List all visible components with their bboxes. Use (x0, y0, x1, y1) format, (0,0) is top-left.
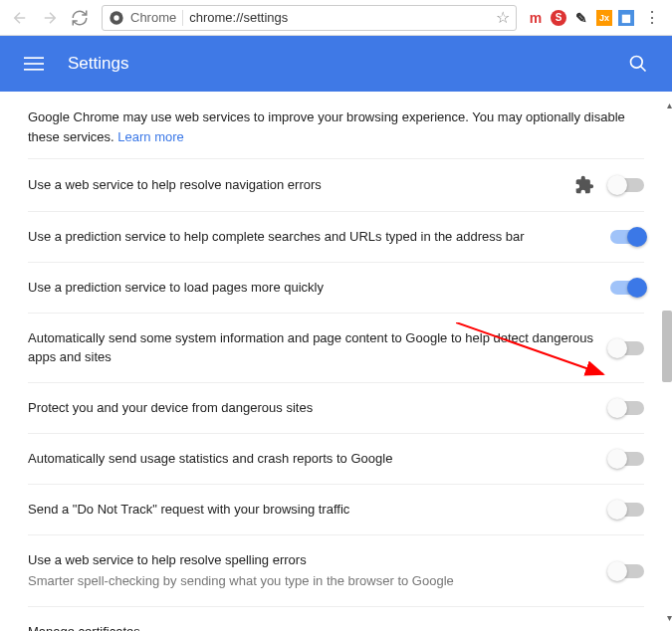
toggle-protect[interactable] (610, 401, 644, 415)
toggle-stats[interactable] (610, 452, 644, 466)
url-text: chrome://settings (189, 10, 496, 25)
toggle-dnt[interactable] (610, 503, 644, 517)
browser-toolbar: Chrome chrome://settings ☆ m S ✎ Jx ◼ ⋮ (0, 0, 672, 36)
search-button[interactable] (628, 54, 648, 74)
extension-brush-icon[interactable]: ✎ (572, 9, 590, 27)
settings-list: Google Chrome may use web services to im… (0, 92, 672, 631)
svg-point-5 (631, 57, 643, 69)
row-label: Use a web service to help resolve spelli… (28, 551, 610, 589)
row-prediction-load: Use a prediction service to load pages m… (28, 262, 644, 313)
puzzle-icon[interactable] (574, 175, 594, 195)
row-certificates[interactable]: Manage certificates Manage HTTPS/SSL cer… (28, 606, 644, 631)
row-label: Manage certificates Manage HTTPS/SSL cer… (28, 623, 626, 631)
omnibox-divider (182, 10, 183, 26)
browser-label: Chrome (130, 10, 176, 25)
chrome-icon (109, 10, 124, 26)
scrollbar-thumb[interactable] (662, 311, 672, 382)
menu-button[interactable] (24, 54, 44, 74)
scroll-up-indicator[interactable]: ▴ (667, 100, 672, 110)
intro-text: Google Chrome may use web services to im… (28, 107, 644, 146)
svg-rect-3 (24, 63, 44, 65)
toggle-prediction-search[interactable] (610, 230, 644, 244)
row-nav-errors: Use a web service to help resolve naviga… (28, 158, 644, 211)
row-label: Use a web service to help resolve naviga… (28, 176, 574, 194)
row-label: Send a "Do Not Track" request with your … (28, 501, 610, 519)
row-spelling: Use a web service to help resolve spelli… (28, 534, 644, 605)
toggle-spelling[interactable] (610, 564, 644, 578)
browser-menu-button[interactable]: ⋮ (640, 8, 664, 27)
extension-m-icon[interactable]: m (527, 9, 545, 27)
back-button[interactable] (8, 6, 32, 30)
toggle-prediction-load[interactable] (610, 281, 644, 295)
svg-point-1 (113, 15, 118, 20)
page-title: Settings (68, 54, 628, 74)
row-label: Use a prediction service to help complet… (28, 228, 610, 246)
learn-more-link[interactable]: Learn more (117, 129, 183, 144)
content-area: ▴ Google Chrome may use web services to … (0, 92, 672, 631)
row-send-info: Automatically send some system informati… (28, 313, 644, 381)
row-label: Automatically send some system informati… (28, 329, 610, 365)
row-label: Automatically send usage statistics and … (28, 450, 610, 468)
svg-rect-4 (24, 69, 44, 71)
extension-bookmark-icon[interactable]: ◼ (618, 10, 634, 26)
hamburger-icon (24, 54, 44, 74)
star-icon[interactable]: ☆ (496, 8, 510, 27)
reload-button[interactable] (68, 6, 92, 30)
scroll-down-indicator[interactable]: ▾ (667, 612, 672, 623)
svg-rect-2 (24, 57, 44, 59)
extension-s-icon[interactable]: S (551, 10, 566, 26)
row-protect: Protect you and your device from dangero… (28, 382, 644, 433)
forward-icon (41, 9, 59, 27)
row-stats: Automatically send usage statistics and … (28, 433, 644, 484)
row-label: Protect you and your device from dangero… (28, 399, 610, 417)
forward-button[interactable] (38, 6, 62, 30)
toggle-nav-errors[interactable] (610, 178, 644, 192)
row-label: Use a prediction service to load pages m… (28, 279, 610, 297)
row-dnt: Send a "Do Not Track" request with your … (28, 484, 644, 534)
address-bar[interactable]: Chrome chrome://settings ☆ (102, 5, 517, 31)
extension-jx-icon[interactable]: Jx (596, 10, 612, 26)
settings-header: Settings (0, 36, 672, 92)
back-icon (11, 9, 29, 27)
reload-icon (71, 9, 89, 27)
toggle-send-info[interactable] (610, 341, 644, 355)
row-prediction-search: Use a prediction service to help complet… (28, 211, 644, 262)
search-icon (628, 54, 648, 74)
